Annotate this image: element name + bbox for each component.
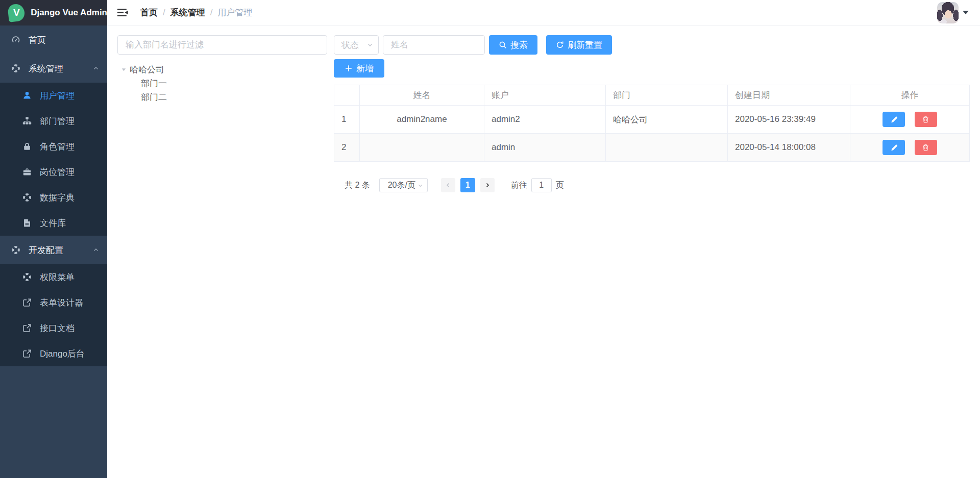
name-filter-input[interactable] <box>383 35 485 55</box>
hamburger-icon <box>117 7 128 18</box>
app-logo-icon: V <box>7 3 26 22</box>
cell-dept: 哈哈公司 <box>606 106 728 134</box>
sidebar-item-form-designer[interactable]: 表单设计器 <box>0 290 107 315</box>
chevron-right-icon <box>484 182 491 188</box>
cell-name <box>360 134 484 162</box>
avatar[interactable] <box>937 2 959 23</box>
sidebar-item-label: 用户管理 <box>40 90 75 102</box>
sidebar-item-label: Django后台 <box>40 348 85 360</box>
chevron-down-icon <box>418 183 423 188</box>
sidebar-item-django-admin[interactable]: Django后台 <box>0 341 107 366</box>
sidebar-item-dev-config[interactable]: 开发配置 <box>0 236 107 264</box>
cell-account: admin2 <box>484 106 606 134</box>
add-button-label: 新增 <box>356 63 374 74</box>
refresh-icon <box>556 41 564 49</box>
tree-expand-icon[interactable] <box>117 67 130 72</box>
chevron-left-icon <box>445 182 451 188</box>
dept-tree-panel: 哈哈公司 部门一 部门二 <box>117 35 327 104</box>
sidebar-item-label: 系统管理 <box>29 63 63 74</box>
table-row: 2 admin 2020-05-14 18:00:08 <box>334 134 970 162</box>
user-icon <box>22 91 32 100</box>
delete-button[interactable] <box>915 112 937 127</box>
cell-created: 2020-05-16 23:39:49 <box>728 106 850 134</box>
refresh-reset-button[interactable]: 刷新重置 <box>546 35 612 55</box>
component-icon <box>22 193 32 202</box>
app-title: Django Vue Admin <box>31 8 107 18</box>
sidebar-item-user-management[interactable]: 用户管理 <box>0 83 107 108</box>
breadcrumb-home[interactable]: 首页 <box>140 7 158 18</box>
page-content: 哈哈公司 部门一 部门二 状态 <box>107 26 980 478</box>
sidebar-item-file-library[interactable]: 文件库 <box>0 210 107 236</box>
sidebar-item-label: 开发配置 <box>29 244 63 256</box>
cell-index: 1 <box>334 106 360 134</box>
submenu-system-management: 用户管理 部门管理 角色管理 <box>0 83 107 236</box>
chevron-up-icon <box>93 247 99 253</box>
lock-icon <box>22 142 32 151</box>
goto-label: 前往 <box>511 180 527 191</box>
page-size-select[interactable]: 20条/页 <box>379 178 428 192</box>
logo-bar: V Django Vue Admin <box>0 0 107 26</box>
column-header-created: 创建日期 <box>728 85 850 106</box>
cell-created: 2020-05-14 18:00:08 <box>728 134 850 162</box>
tree-node-label: 部门一 <box>141 78 167 89</box>
breadcrumb: 首页 / 系统管理 / 用户管理 <box>140 7 252 18</box>
app-root: V Django Vue Admin 首页 系统管理 <box>0 0 980 478</box>
topbar: 首页 / 系统管理 / 用户管理 <box>107 0 980 26</box>
column-header-dept: 部门 <box>606 85 728 106</box>
tree-node-label: 哈哈公司 <box>130 64 164 76</box>
sidebar-menu: 首页 系统管理 用户管理 <box>0 26 107 478</box>
column-header-account: 账户 <box>484 85 606 106</box>
edit-button[interactable] <box>883 140 905 155</box>
add-button[interactable]: 新增 <box>334 59 384 78</box>
breadcrumb-current: 用户管理 <box>217 7 252 18</box>
sidebar-item-data-dictionary[interactable]: 数据字典 <box>0 185 107 210</box>
sidebar-item-label: 文件库 <box>40 217 66 229</box>
edit-button[interactable] <box>883 112 905 127</box>
chevron-up-icon <box>93 65 99 71</box>
component-icon <box>11 245 20 255</box>
logo-letter: V <box>13 7 20 18</box>
page-number-button[interactable]: 1 <box>460 178 475 192</box>
next-page-button[interactable] <box>480 178 495 192</box>
component-icon <box>11 64 20 73</box>
table-toolbar: 新增 <box>334 59 970 78</box>
external-link-icon <box>22 323 32 333</box>
breadcrumb-system-management[interactable]: 系统管理 <box>170 7 205 18</box>
search-button-label: 搜索 <box>510 39 528 51</box>
refresh-reset-button-label: 刷新重置 <box>568 39 602 51</box>
pagination-total: 共 2 条 <box>345 180 370 191</box>
tree-node-child[interactable]: 部门二 <box>117 90 327 104</box>
sidebar-toggle-button[interactable] <box>114 4 131 21</box>
tree-node-child[interactable]: 部门一 <box>117 77 327 90</box>
tree-node-root[interactable]: 哈哈公司 <box>117 63 327 77</box>
cell-index: 2 <box>334 134 360 162</box>
prev-page-button[interactable] <box>441 178 455 192</box>
sidebar-item-label: 表单设计器 <box>40 297 83 309</box>
user-table: 姓名 账户 部门 创建日期 操作 1 admin2name admin2 哈哈公 <box>334 85 970 162</box>
sidebar-item-role-management[interactable]: 角色管理 <box>0 134 107 159</box>
status-select[interactable]: 状态 <box>334 35 379 55</box>
sidebar-item-api-docs[interactable]: 接口文档 <box>0 315 107 341</box>
delete-button[interactable] <box>915 140 937 155</box>
sidebar-item-home[interactable]: 首页 <box>0 26 107 54</box>
sidebar-item-system-management[interactable]: 系统管理 <box>0 54 107 83</box>
cell-account: admin <box>484 134 606 162</box>
cell-ops <box>850 134 970 162</box>
caret-down-icon[interactable] <box>963 11 969 14</box>
document-icon <box>22 218 32 228</box>
topbar-right <box>937 2 969 23</box>
component-icon <box>22 272 32 282</box>
column-header-ops: 操作 <box>850 85 970 106</box>
goto-page-input[interactable] <box>531 178 552 192</box>
search-button[interactable]: 搜索 <box>489 35 537 55</box>
sidebar-item-permission-menu[interactable]: 权限菜单 <box>0 264 107 290</box>
sidebar-item-post-management[interactable]: 岗位管理 <box>0 159 107 185</box>
filter-bar: 状态 搜索 刷新重置 <box>334 35 970 55</box>
dept-filter-input[interactable] <box>117 35 327 55</box>
sidebar-item-label: 接口文档 <box>40 322 75 334</box>
edit-icon <box>890 116 898 123</box>
sidebar-item-dept-management[interactable]: 部门管理 <box>0 108 107 134</box>
sitemap-icon <box>22 116 32 125</box>
column-header-index <box>334 85 360 106</box>
trash-icon <box>922 116 929 123</box>
